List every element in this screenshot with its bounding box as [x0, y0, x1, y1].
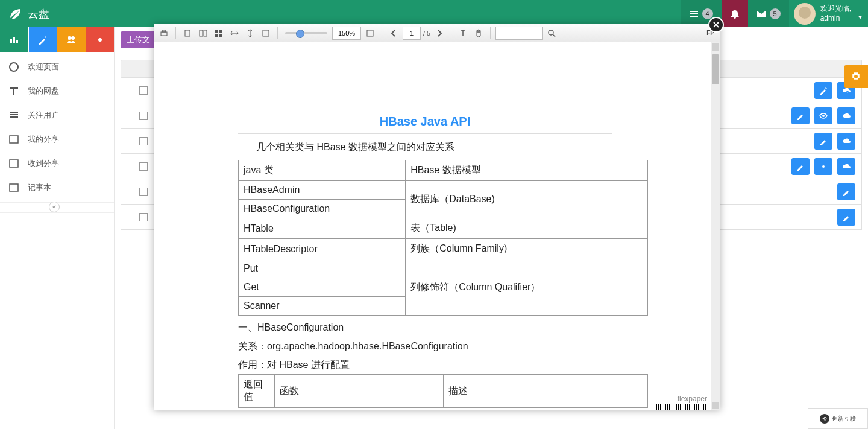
welcome-text: 欢迎光临,: [820, 4, 851, 14]
fit-page-button[interactable]: [259, 27, 272, 40]
doc-subtitle: 几个相关类与 HBase 数据模型之间的对应关系: [256, 141, 678, 154]
grid-icon: [215, 29, 223, 37]
svg-rect-9: [161, 32, 167, 36]
fullscreen-button[interactable]: [363, 27, 377, 40]
row-view-button[interactable]: [814, 107, 832, 124]
print-button[interactable]: [157, 27, 171, 40]
sidebar-item-mydisk[interactable]: 我的网盘: [0, 79, 114, 103]
row-edit-button[interactable]: [837, 209, 855, 226]
app-name: 云盘: [28, 7, 49, 21]
doc-paragraph: 作用：对 HBase 进行配置: [238, 359, 678, 372]
mail-icon: [756, 9, 766, 19]
list-icon: [8, 110, 19, 121]
sb-tool-users[interactable]: [57, 27, 86, 52]
row-edit-button[interactable]: [814, 82, 832, 99]
users-icon: [66, 35, 76, 45]
thumbs-button[interactable]: [212, 27, 225, 40]
sidebar: 欢迎页面 我的网盘 关注用户 我的分享 收到分享 记事本: [0, 27, 115, 429]
sidebar-item-follow[interactable]: 关注用户: [0, 103, 114, 127]
svg-rect-13: [204, 30, 207, 36]
row-download-button[interactable]: [837, 107, 855, 124]
prev-page-button[interactable]: [387, 27, 400, 40]
scroll-down-icon[interactable]: [712, 402, 719, 409]
topbar-notifications-button[interactable]: [722, 0, 748, 27]
two-page-button[interactable]: [197, 27, 210, 40]
page-input[interactable]: [403, 27, 421, 40]
sb-tool-edit[interactable]: [29, 27, 57, 52]
search-input[interactable]: [495, 27, 542, 40]
close-button[interactable]: [708, 17, 724, 33]
flexpaper-watermark: flexpaper: [678, 395, 707, 403]
sidebar-collapse[interactable]: [0, 202, 114, 213]
bars-chart-icon: [9, 35, 19, 45]
svg-point-20: [549, 30, 553, 35]
pdf-toolbar: / 5 FP: [154, 24, 720, 42]
hand-tool-button[interactable]: [472, 27, 485, 40]
calendar-icon: [8, 182, 19, 193]
scroll-thumb[interactable]: [712, 54, 719, 84]
row-checkbox[interactable]: [139, 188, 148, 196]
pdf-viewer-modal: / 5 FP HBase Java API 几个相关类与 HBase 数据模型之…: [154, 24, 720, 410]
partner-logo[interactable]: ⟲ 创新互联: [808, 408, 868, 429]
settings-fab[interactable]: [844, 65, 868, 88]
row-checkbox[interactable]: [139, 213, 148, 221]
two-page-icon: [199, 29, 207, 37]
row-download-button[interactable]: [837, 158, 855, 175]
zoom-input[interactable]: [332, 27, 361, 40]
row-edit-button[interactable]: [814, 133, 832, 150]
sidebar-nav: 欢迎页面 我的网盘 关注用户 我的分享 收到分享 记事本: [0, 52, 114, 200]
user-menu[interactable]: 欢迎光临, admin: [816, 4, 868, 23]
row-edit-button[interactable]: [791, 158, 810, 175]
fit-width-button[interactable]: [228, 27, 241, 40]
barcode-icon: [653, 404, 707, 410]
row-view-button[interactable]: [814, 158, 832, 175]
cogs-icon: [95, 35, 105, 45]
upload-button[interactable]: 上传文: [121, 31, 156, 48]
row-edit-button[interactable]: [837, 183, 855, 200]
svg-rect-6: [10, 184, 18, 191]
menu-badge: 4: [702, 8, 713, 19]
scroll-up-icon[interactable]: [712, 43, 719, 51]
select-tool-button[interactable]: [456, 27, 470, 40]
pencil-icon: [842, 213, 851, 221]
search-button[interactable]: [545, 27, 558, 40]
pdf-scrollbar[interactable]: [711, 42, 720, 410]
sidebar-item-notes[interactable]: 记事本: [0, 176, 114, 200]
zoom-slider[interactable]: [285, 32, 327, 34]
chevron-left-icon: [389, 29, 398, 37]
brand: 云盘: [0, 7, 58, 21]
pencil-icon: [819, 137, 828, 145]
next-page-button[interactable]: [433, 27, 446, 40]
fullscreen-icon: [366, 29, 374, 37]
topbar-mail-button[interactable]: 5: [748, 0, 789, 27]
pencil-icon: [796, 112, 805, 120]
row-edit-button[interactable]: [791, 107, 810, 124]
avatar[interactable]: [794, 3, 816, 25]
leaf-icon: [8, 7, 22, 21]
sidebar-label: 关注用户: [28, 110, 59, 121]
row-checkbox[interactable]: [139, 162, 148, 171]
svg-point-8: [822, 165, 825, 168]
svg-rect-15: [219, 30, 222, 33]
single-page-button[interactable]: [181, 27, 194, 40]
svg-rect-17: [219, 34, 222, 37]
row-checkbox[interactable]: [139, 137, 148, 145]
sb-tool-stats[interactable]: [0, 27, 28, 52]
bell-icon: [730, 9, 740, 19]
sb-tool-settings[interactable]: [86, 27, 115, 52]
row-checkbox[interactable]: [139, 86, 148, 95]
pencil-icon: [796, 162, 805, 171]
print-icon: [160, 29, 168, 37]
sidebar-item-myshare[interactable]: 我的分享: [0, 127, 114, 151]
dashboard-icon: [8, 62, 19, 72]
doc-table-2: 返回值函数描述: [238, 374, 648, 408]
row-checkbox[interactable]: [139, 112, 148, 120]
sidebar-item-received[interactable]: 收到分享: [0, 151, 114, 176]
fit-height-button[interactable]: [244, 27, 257, 40]
svg-point-0: [68, 36, 71, 40]
calendar-icon: [8, 158, 19, 169]
cloud-download-icon: [842, 162, 851, 171]
row-download-button[interactable]: [837, 133, 855, 150]
svg-rect-11: [185, 30, 190, 36]
sidebar-item-welcome[interactable]: 欢迎页面: [0, 55, 114, 79]
